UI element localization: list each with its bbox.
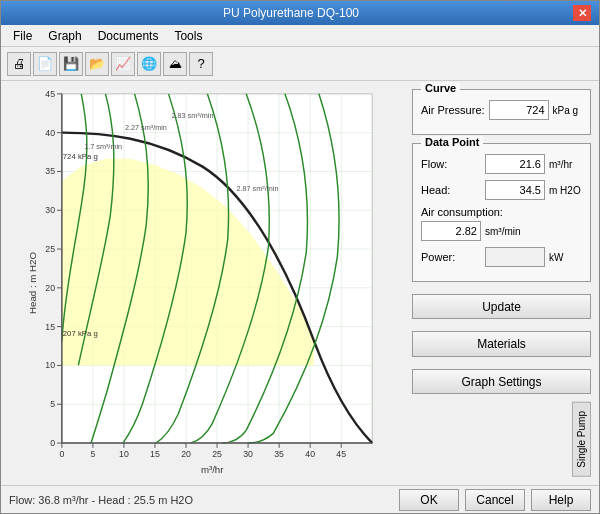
- toolbar-new[interactable]: 📄: [33, 52, 57, 76]
- svg-text:40: 40: [45, 128, 55, 138]
- svg-text:2.27 sm³/min: 2.27 sm³/min: [125, 123, 167, 132]
- flow-label: Flow:: [421, 158, 481, 170]
- flow-input[interactable]: [485, 154, 545, 174]
- svg-text:5: 5: [50, 399, 55, 409]
- air-consumption-input[interactable]: [421, 221, 481, 241]
- head-label: Head:: [421, 184, 481, 196]
- svg-text:35: 35: [45, 166, 55, 176]
- svg-text:20: 20: [181, 449, 191, 459]
- toolbar-print[interactable]: 🖨: [7, 52, 31, 76]
- svg-text:m³/hr: m³/hr: [201, 464, 224, 475]
- right-panel: Curve Air Pressure: kPa g Data Point Flo…: [404, 81, 599, 485]
- power-input[interactable]: [485, 247, 545, 267]
- svg-text:15: 15: [45, 322, 55, 332]
- svg-text:0: 0: [59, 449, 64, 459]
- curve-group: Curve Air Pressure: kPa g: [412, 89, 591, 135]
- toolbar-chart[interactable]: 📈: [111, 52, 135, 76]
- head-row: Head: m H2O: [421, 180, 582, 200]
- toolbar-web[interactable]: 🌐: [137, 52, 161, 76]
- svg-text:0: 0: [50, 438, 55, 448]
- toolbar-open[interactable]: 📂: [85, 52, 109, 76]
- materials-button[interactable]: Materials: [412, 331, 591, 356]
- power-unit: kW: [549, 252, 563, 263]
- svg-text:2.87 sm³/min: 2.87 sm³/min: [236, 184, 278, 193]
- help-button[interactable]: Help: [531, 489, 591, 511]
- menu-documents[interactable]: Documents: [90, 27, 167, 45]
- data-point-group: Data Point Flow: m³/hr Head: m H2O Air c…: [412, 143, 591, 282]
- title-bar-text: PU Polyurethane DQ-100: [9, 6, 573, 20]
- svg-text:30: 30: [243, 449, 253, 459]
- svg-text:724 kPa g: 724 kPa g: [63, 152, 98, 161]
- svg-text:15: 15: [150, 449, 160, 459]
- title-bar: PU Polyurethane DQ-100 ✕: [1, 1, 599, 25]
- air-consumption-label: Air consumption:: [421, 206, 582, 218]
- svg-text:25: 25: [45, 244, 55, 254]
- graph-container: 0 5 10 15 20 25 30 35: [1, 81, 404, 485]
- head-input[interactable]: [485, 180, 545, 200]
- svg-text:25: 25: [212, 449, 222, 459]
- svg-text:5: 5: [90, 449, 95, 459]
- svg-text:20: 20: [45, 283, 55, 293]
- close-button[interactable]: ✕: [573, 5, 591, 21]
- cancel-button[interactable]: Cancel: [465, 489, 525, 511]
- air-pressure-row: Air Pressure: kPa g: [421, 100, 582, 120]
- bottom-bar: Flow: 36.8 m³/hr - Head : 25.5 m H2O OK …: [1, 485, 599, 513]
- ok-button[interactable]: OK: [399, 489, 459, 511]
- menu-file[interactable]: File: [5, 27, 40, 45]
- flow-unit: m³/hr: [549, 159, 572, 170]
- svg-text:45: 45: [45, 89, 55, 99]
- status-text: Flow: 36.8 m³/hr - Head : 25.5 m H2O: [9, 494, 193, 506]
- svg-text:45: 45: [336, 449, 346, 459]
- graph-settings-button[interactable]: Graph Settings: [412, 369, 591, 394]
- main-window: PU Polyurethane DQ-100 ✕ File Graph Docu…: [0, 0, 600, 514]
- svg-text:10: 10: [119, 449, 129, 459]
- air-pressure-input[interactable]: [489, 100, 549, 120]
- svg-text:207 kPa g: 207 kPa g: [63, 329, 98, 338]
- bottom-buttons: OK Cancel Help: [399, 489, 591, 511]
- head-unit: m H2O: [549, 185, 581, 196]
- air-pressure-label: Air Pressure:: [421, 104, 485, 116]
- power-label: Power:: [421, 251, 481, 263]
- menu-graph[interactable]: Graph: [40, 27, 89, 45]
- toolbar: 🖨 📄 💾 📂 📈 🌐 ⛰ ?: [1, 47, 599, 81]
- svg-text:10: 10: [45, 360, 55, 370]
- svg-text:2.83 sm³/min: 2.83 sm³/min: [171, 111, 213, 120]
- toolbar-mountain[interactable]: ⛰: [163, 52, 187, 76]
- power-row: Power: kW: [421, 247, 582, 267]
- data-point-group-title: Data Point: [421, 136, 483, 148]
- menu-tools[interactable]: Tools: [166, 27, 210, 45]
- svg-text:Head : m H2O: Head : m H2O: [27, 252, 38, 314]
- svg-text:35: 35: [274, 449, 284, 459]
- air-consumption-unit: sm³/min: [485, 226, 521, 237]
- curve-group-title: Curve: [421, 82, 460, 94]
- single-pump-tab[interactable]: Single Pump: [572, 402, 591, 477]
- air-consumption-row: sm³/min: [421, 221, 582, 241]
- svg-text:1.7 sm³/min: 1.7 sm³/min: [84, 142, 122, 151]
- main-area: 0 5 10 15 20 25 30 35: [1, 81, 599, 485]
- toolbar-help[interactable]: ?: [189, 52, 213, 76]
- graph-wrapper: 0 5 10 15 20 25 30 35: [9, 89, 396, 477]
- toolbar-save[interactable]: 💾: [59, 52, 83, 76]
- svg-text:40: 40: [305, 449, 315, 459]
- menu-bar: File Graph Documents Tools: [1, 25, 599, 47]
- svg-text:30: 30: [45, 205, 55, 215]
- flow-row: Flow: m³/hr: [421, 154, 582, 174]
- air-pressure-unit: kPa g: [553, 105, 579, 116]
- graph-svg[interactable]: 0 5 10 15 20 25 30 35: [9, 89, 396, 477]
- update-button[interactable]: Update: [412, 294, 591, 319]
